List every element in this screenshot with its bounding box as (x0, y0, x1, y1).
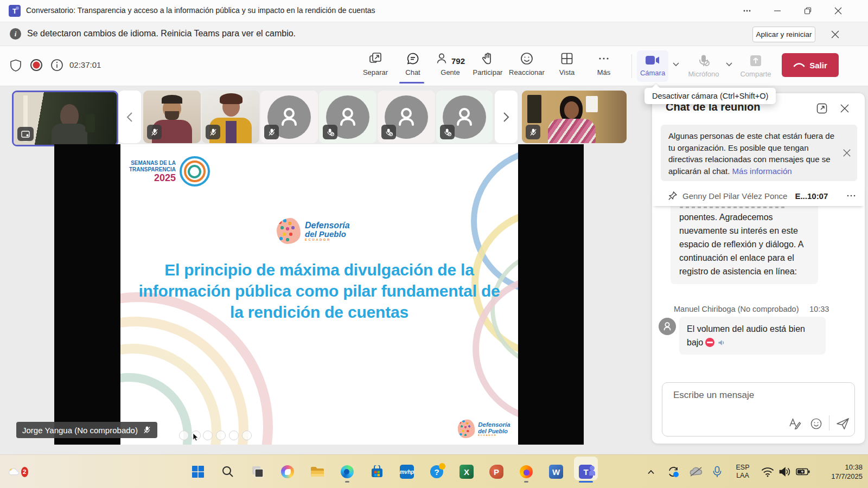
participant-avatar-tile[interactable] (378, 91, 435, 143)
more-info-link[interactable]: Más información (732, 166, 792, 176)
meeting-info-icon[interactable] (50, 59, 63, 72)
mic-disabled-badge (323, 125, 337, 139)
format-icon[interactable] (788, 418, 801, 429)
people-count: 792 (451, 56, 465, 66)
message-author: Manuel Chiriboga (No comprobado) (674, 305, 799, 313)
myhp-icon[interactable]: mvhp (396, 461, 418, 483)
chat-popout-icon[interactable] (816, 102, 828, 114)
participant-video-tile[interactable] (522, 91, 627, 143)
teams-app-icon: T (9, 5, 21, 17)
titlebar-more-button[interactable] (735, 0, 760, 22)
emoji-icon[interactable] (810, 418, 822, 430)
presenter-slides-control[interactable] (216, 431, 226, 440)
microphone-options-chevron[interactable] (725, 61, 733, 67)
teams-taskbar-icon[interactable]: T (575, 461, 597, 483)
widgets-badge: 2 (20, 466, 29, 478)
participant-avatar-tile[interactable] (319, 91, 376, 143)
copilot-icon[interactable] (277, 461, 298, 483)
language-indicator[interactable]: ESP LAA (731, 464, 754, 480)
mic-disabled-badge (381, 125, 396, 139)
participant-video-tile[interactable] (202, 91, 259, 143)
message-avatar (659, 318, 676, 335)
presenter-prev-control[interactable] (179, 431, 189, 440)
message-bubble[interactable]: El volumen del audio está bien bajo (679, 317, 826, 355)
camera-options-chevron[interactable] (672, 61, 680, 67)
org-logo-map (277, 218, 301, 244)
camera-tooltip: Desactivar cámara (Ctrl+Shift+O) (644, 88, 776, 104)
event-logo-year: 2025 (129, 173, 176, 183)
mic-in-use-icon[interactable] (709, 461, 726, 483)
update-sync-icon[interactable] (664, 461, 682, 483)
close-window-button[interactable] (826, 0, 851, 22)
wifi-icon[interactable] (758, 461, 777, 483)
pinned-more-icon[interactable] (846, 191, 856, 201)
participant-avatar-tile[interactable] (260, 91, 318, 143)
slide-title: El principio de máxima divulgación de la… (137, 259, 502, 323)
share-button[interactable]: Comparte (737, 50, 775, 82)
volume-icon[interactable] (776, 461, 794, 483)
raise-hand-button[interactable]: Participar (470, 52, 506, 82)
mic-muted-badge (526, 125, 540, 139)
minimize-button[interactable] (765, 0, 790, 22)
active-speaker-video-tile[interactable] (12, 91, 118, 146)
more-actions-button[interactable]: Más (586, 52, 622, 82)
filmstrip-prev-button[interactable] (118, 91, 141, 143)
restore-button[interactable] (795, 0, 820, 22)
word-icon[interactable]: W (545, 461, 567, 483)
file-explorer-icon[interactable] (307, 461, 328, 483)
react-button[interactable]: Reaccionar (509, 52, 545, 82)
tray-chevron-icon[interactable] (643, 461, 659, 483)
chat-icon (406, 52, 420, 66)
edge-running-indicator (345, 481, 349, 483)
mic-muted-icon (697, 54, 711, 68)
participant-avatar-tile[interactable] (436, 91, 493, 143)
edge-icon[interactable] (336, 461, 358, 483)
meeting-timer: 02:37:01 (69, 60, 101, 69)
tray-time: 10:38 (797, 463, 863, 472)
teams-meeting-window: T Conversatorio: Transparencia y acceso … (0, 0, 868, 488)
microphone-button[interactable]: Micrófono (685, 50, 723, 82)
mouse-cursor (193, 433, 199, 441)
info-icon: i (10, 28, 21, 40)
notice-close-icon[interactable] (843, 149, 851, 157)
taskbar-clock[interactable]: 10:38 17/7/2025 (797, 463, 863, 481)
composer-placeholder: Escribe un mensaje (673, 390, 754, 401)
start-button[interactable] (187, 461, 209, 483)
widgets-weather-icon[interactable]: 2 (8, 461, 29, 483)
message-composer[interactable]: Escribe un mensaje (662, 382, 855, 436)
powerpoint-icon[interactable]: P (486, 461, 507, 483)
presenter-more-control[interactable] (242, 431, 252, 440)
search-icon[interactable] (217, 461, 239, 483)
chat-close-icon[interactable] (840, 104, 850, 113)
chat-button[interactable]: Chat (395, 52, 431, 82)
leave-button[interactable]: Salir (782, 53, 839, 77)
people-button[interactable]: 792 Gente (430, 52, 471, 82)
picture-in-picture-icon[interactable] (17, 127, 34, 141)
get-help-icon[interactable]: ? (426, 461, 448, 483)
excel-icon[interactable]: X (456, 461, 477, 483)
filmstrip-next-button[interactable] (495, 91, 518, 143)
smiley-icon (520, 52, 534, 66)
apply-restart-button[interactable]: Aplicar y reiniciar (752, 27, 815, 42)
onedrive-paused-icon[interactable] (686, 461, 706, 483)
send-icon[interactable] (836, 418, 850, 430)
no-entry-emoji (705, 338, 714, 347)
camera-button[interactable]: Cámara (637, 50, 668, 82)
banner-close-icon[interactable] (822, 23, 847, 45)
mic-muted-badge (264, 125, 279, 139)
participant-video-tile[interactable] (143, 91, 201, 143)
task-view-icon[interactable] (247, 461, 269, 483)
pop-out-icon (368, 52, 382, 66)
mic-muted-badge (206, 125, 220, 139)
microsoft-store-icon[interactable] (366, 461, 388, 483)
presenter-pen-control[interactable] (203, 431, 213, 440)
firefox-icon[interactable] (515, 461, 537, 483)
presenter-zoom-control[interactable] (229, 431, 239, 440)
view-button[interactable]: Vista (549, 52, 585, 82)
external-users-notice: Algunas personas de este chat están fuer… (661, 125, 857, 181)
pinned-message-header[interactable]: Genny Del Pilar Vélez Ponce E...10:07 (652, 185, 865, 206)
message-time: 10:33 (809, 305, 829, 313)
pinned-message-text: ponentes. Agradecemos nuevamente su inte… (679, 210, 809, 278)
popout-button[interactable]: Separar (358, 52, 393, 82)
raised-hand-icon (481, 52, 495, 66)
